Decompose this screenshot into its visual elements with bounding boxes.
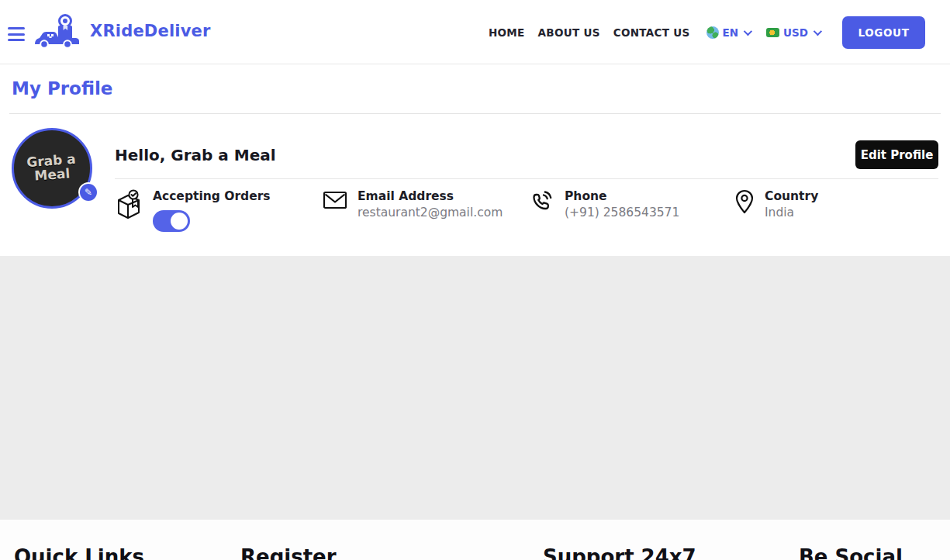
phone-label: Phone [565, 189, 679, 203]
accepting-orders-block: Accepting Orders [115, 188, 271, 232]
currency-flag-icon [766, 28, 779, 37]
page-body-background [0, 256, 950, 520]
profile-avatar: Grab a Meal ✎ [12, 128, 92, 209]
pencil-icon: ✎ [85, 187, 92, 198]
footer-heading-quick-links: Quick Links [14, 545, 144, 560]
page-title: My Profile [12, 78, 112, 99]
chevron-down-icon [744, 26, 752, 35]
nav-home[interactable]: HOME [489, 26, 525, 39]
accepting-orders-label: Accepting Orders [153, 189, 271, 203]
email-value: restaurant2@gmail.com [358, 206, 503, 220]
delivery-car-icon [34, 12, 82, 50]
page: XRideDeliver HOME ABOUT US CONTACT US EN… [0, 0, 950, 560]
nav-contact-us[interactable]: CONTACT US [613, 26, 690, 39]
currency-value: USD [783, 26, 808, 39]
divider [9, 113, 941, 114]
chevron-down-icon [814, 26, 822, 35]
footer-heading-be-social: Be Social [799, 545, 903, 560]
country-value: India [765, 206, 818, 220]
greeting-text: Hello, Grab a Meal [115, 146, 276, 164]
edit-profile-button[interactable]: Edit Profile [855, 140, 938, 169]
phone-block: Phone (+91) 2586543571 [530, 188, 679, 220]
phone-value: (+91) 2586543571 [565, 206, 679, 220]
nav-about-us[interactable]: ABOUT US [538, 26, 600, 39]
accepting-orders-toggle[interactable] [153, 210, 190, 232]
package-check-icon [115, 189, 143, 220]
email-icon [323, 189, 347, 211]
language-selector[interactable]: EN [706, 26, 751, 39]
toggle-knob [171, 213, 188, 230]
footer: Quick Links Register Support 24x7 Be Soc… [0, 520, 950, 560]
email-block: Email Address restaurant2@gmail.com [323, 188, 503, 220]
edit-avatar-button[interactable]: ✎ [78, 182, 98, 202]
brand-name: XRideDeliver [90, 22, 211, 40]
main-nav: HOME ABOUT US CONTACT US EN USD LOGOUT [489, 0, 925, 64]
country-block: Country India [734, 188, 818, 220]
hamburger-menu-icon[interactable] [8, 27, 25, 41]
email-label: Email Address [358, 189, 503, 203]
header: XRideDeliver HOME ABOUT US CONTACT US EN… [0, 0, 950, 64]
logout-button[interactable]: LOGOUT [842, 16, 925, 49]
country-label: Country [765, 189, 818, 203]
language-value: EN [723, 26, 739, 39]
globe-icon [706, 26, 719, 39]
divider [115, 178, 938, 179]
location-pin-icon [734, 189, 755, 216]
footer-heading-register: Register [240, 545, 337, 560]
brand-logo[interactable]: XRideDeliver [34, 12, 211, 50]
profile-section: My Profile Grab a Meal ✎ Hello, Grab a M… [0, 65, 950, 256]
footer-heading-support: Support 24x7 [543, 545, 696, 560]
phone-icon [530, 189, 554, 214]
profile-info-row: Accepting Orders Email Address restaura [115, 188, 938, 250]
avatar-logo-text: Grab a Meal [26, 153, 78, 184]
currency-selector[interactable]: USD [766, 26, 820, 39]
